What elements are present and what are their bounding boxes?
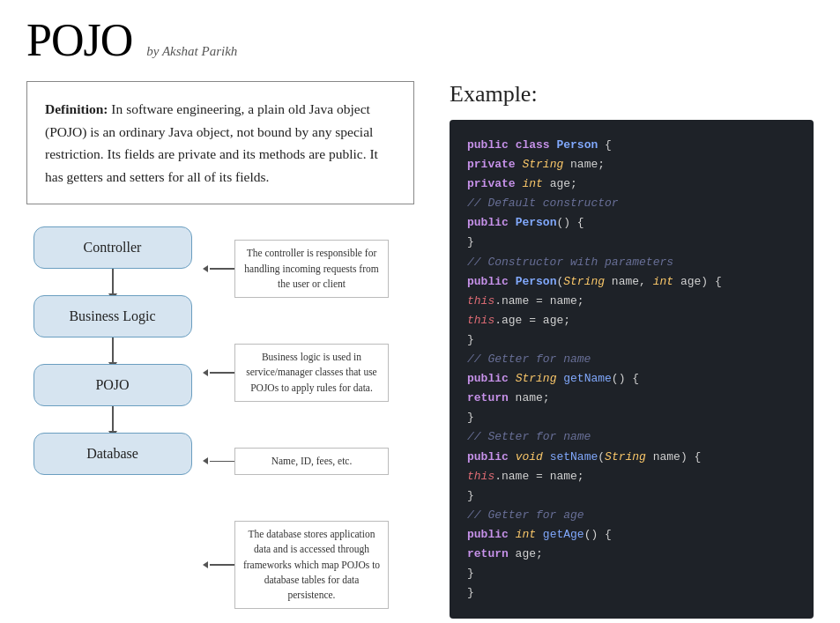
arrow-down-1 [112, 269, 114, 295]
code-line-4: // Default constructor [467, 194, 796, 213]
left-panel: Definition: In software engineering, a p… [26, 81, 432, 619]
connector-3 [210, 461, 234, 463]
code-line-8: public Person(String name, int age) { [467, 272, 796, 292]
code-line-7: // Constructor with parameters [467, 253, 796, 272]
annotation-row-4: The database stores application data and… [203, 521, 414, 609]
arrow-tip-4 [203, 561, 208, 568]
definition-box: Definition: In software engineering, a p… [26, 81, 414, 204]
code-line-5: public Person() { [467, 213, 796, 233]
code-line-21: public int getAge() { [467, 525, 796, 545]
annotation-box-1: The controller is responsible for handli… [234, 240, 389, 298]
code-block: public class Person { private String nam… [450, 120, 814, 619]
code-line-10: this.age = age; [467, 311, 796, 330]
right-panel: Example: public class Person { private S… [432, 81, 814, 619]
annotations-col: The controller is responsible for handli… [203, 226, 414, 609]
connector-1 [210, 268, 234, 270]
code-line-9: this.name = name; [467, 292, 796, 311]
arrow-down-3 [112, 406, 114, 433]
code-line-12: // Getter for name [467, 350, 796, 369]
arrow-tip-3 [203, 457, 208, 464]
page-title: POJO [26, 18, 132, 63]
code-line-13: public String getName() { [467, 369, 796, 389]
nodes-col: Controller Business Logic POJO Database [26, 226, 198, 475]
annotation-box-2: Business logic is used in service/manage… [234, 344, 389, 402]
code-line-14: return name; [467, 389, 796, 408]
connector-4 [210, 564, 234, 566]
arrow-tip-2 [203, 369, 208, 376]
example-title: Example: [450, 81, 814, 108]
code-line-24: } [467, 583, 796, 603]
diagram-node-controller: Controller [33, 226, 192, 269]
definition-label: Definition: [45, 101, 108, 116]
annotation-box-3: Name, ID, fees, etc. [234, 448, 389, 475]
diagram-wrapper: Controller Business Logic POJO Database [26, 226, 414, 609]
code-line-11: } [467, 330, 796, 350]
code-line-18: this.name = name; [467, 467, 796, 486]
annotation-row-3: Name, ID, fees, etc. [203, 448, 414, 475]
code-line-1: public class Person { [467, 136, 796, 155]
connector-2 [210, 372, 234, 374]
annotation-box-4: The database stores application data and… [234, 521, 389, 609]
code-line-15: } [467, 408, 796, 427]
header: POJO by Akshat Parikh [26, 18, 814, 63]
diagram-node-database: Database [33, 433, 192, 475]
annotation-row-2: Business logic is used in service/manage… [203, 344, 414, 402]
main-content: Definition: In software engineering, a p… [26, 81, 814, 619]
diagram-node-pojo: POJO [33, 364, 192, 406]
arrow-down-2 [112, 337, 114, 364]
code-line-2: private String name; [467, 155, 796, 174]
arrow-tip-1 [203, 265, 208, 272]
code-line-6: } [467, 233, 796, 252]
code-line-23: } [467, 564, 796, 583]
code-line-20: // Getter for age [467, 506, 796, 525]
code-line-22: return age; [467, 545, 796, 564]
code-line-16: // Setter for name [467, 427, 796, 447]
page: POJO by Akshat Parikh Definition: In sof… [0, 0, 840, 623]
code-line-17: public void setName(String name) { [467, 448, 796, 467]
code-line-19: } [467, 486, 796, 506]
code-line-3: private int age; [467, 174, 796, 194]
annotation-row-1: The controller is responsible for handli… [203, 240, 414, 298]
diagram-node-business-logic: Business Logic [33, 295, 192, 337]
page-subtitle: by Akshat Parikh [146, 44, 237, 59]
